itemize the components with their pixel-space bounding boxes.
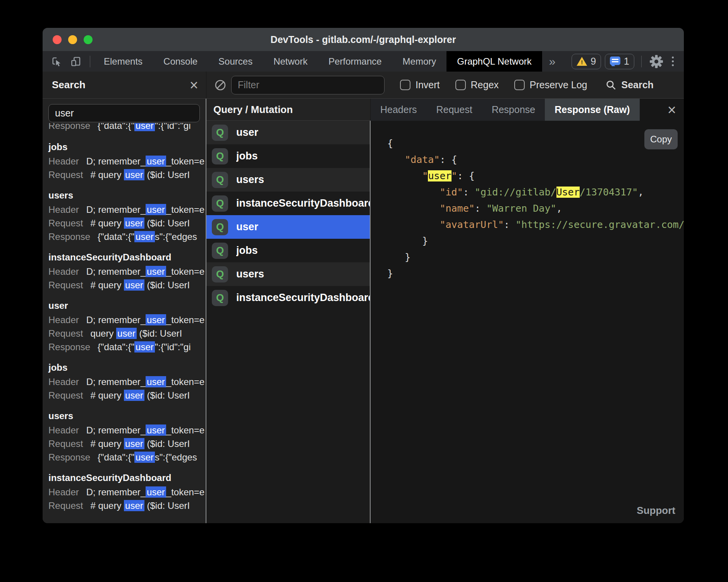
search-toggle[interactable]: Search	[605, 79, 654, 91]
search-result-users[interactable]: usersHeaderD; remember_user_token=eReque…	[48, 411, 206, 464]
query-type-badge: Q	[212, 195, 228, 212]
result-line-request: Request# query user ($id: UserI	[48, 389, 206, 402]
regex-checkbox[interactable]	[455, 80, 466, 90]
query-type-badge: Q	[212, 219, 228, 235]
search-result-instancesecuritydashboard[interactable]: instanceSecurityDashboardHeaderD; rememb…	[48, 472, 206, 512]
search-match-highlight: user	[134, 123, 155, 131]
search-panel-title: Search	[52, 79, 190, 91]
devtools-window: DevTools - gitlab.com/-/graphql-explorer…	[43, 28, 684, 523]
clipped-result-line: Response{"data":{"user":{"id":"gi	[48, 123, 206, 133]
search-result-jobs[interactable]: jobsHeaderD; remember_user_token=eReques…	[48, 142, 206, 181]
response-detail-panel: HeadersRequestResponseResponse (Raw) × {…	[371, 99, 684, 523]
regex-checkbox-group: Regex	[455, 79, 499, 91]
result-line-label: Request	[48, 169, 83, 180]
settings-gear-icon[interactable]	[649, 54, 664, 69]
minimize-window-button[interactable]	[68, 35, 77, 44]
result-line-label: Response	[48, 452, 90, 462]
result-line-label: Header	[48, 377, 79, 387]
query-item-jobs[interactable]: Qjobs	[206, 144, 370, 168]
search-close-icon[interactable]: ×	[190, 78, 198, 92]
tab-graphql-network[interactable]: GraphQL Network	[446, 51, 542, 72]
preserve-log-checkbox[interactable]	[514, 80, 525, 90]
search-match-highlight: user	[146, 314, 166, 325]
search-match-highlight: user	[124, 169, 144, 180]
tab-elements[interactable]: Elements	[93, 51, 153, 72]
query-item-instancesecuritydashboard[interactable]: QinstanceSecurityDashboard	[206, 286, 370, 310]
search-result-user[interactable]: userHeaderD; remember_user_token=eReques…	[48, 300, 206, 354]
json-line: }	[387, 265, 684, 282]
warning-icon: !	[577, 57, 587, 66]
query-item-user[interactable]: Quser	[206, 121, 370, 144]
query-item-instancesecuritydashboard[interactable]: QinstanceSecurityDashboard	[206, 192, 370, 215]
result-line-request: Request# query user ($id: UserI	[48, 168, 206, 181]
tab-network[interactable]: Network	[263, 51, 318, 72]
result-line-label: Header	[48, 315, 79, 325]
result-line-label: Request	[48, 328, 83, 339]
invert-checkbox-group: Invert	[400, 79, 440, 91]
more-tabs-chevron[interactable]: »	[542, 51, 563, 72]
clear-icon[interactable]	[214, 79, 227, 91]
kebab-menu-icon[interactable]	[668, 54, 678, 68]
query-item-user[interactable]: Quser	[206, 215, 370, 239]
response-tab-response-raw[interactable]: Response (Raw)	[545, 99, 639, 121]
tab-performance[interactable]: Performance	[318, 51, 392, 72]
query-item-label: instanceSecurityDashboard	[236, 197, 370, 209]
result-line-label: Header	[48, 425, 79, 435]
json-line: }	[387, 249, 684, 265]
tab-console[interactable]: Console	[153, 51, 208, 72]
result-line-header: HeaderD; remember_user_token=e	[48, 203, 206, 216]
search-match-highlight: user	[146, 486, 166, 498]
query-item-users[interactable]: Qusers	[206, 168, 370, 192]
search-match-highlight: user	[146, 266, 166, 277]
query-list-header: Query / Mutation	[206, 99, 371, 121]
device-toolbar-icon[interactable]	[68, 54, 84, 69]
warnings-badge[interactable]: ! 9	[572, 54, 601, 69]
result-line-response: Response{"data":{"user":{"id":"gi	[48, 123, 206, 132]
search-match-highlight: user	[146, 376, 166, 387]
query-type-badge: Q	[212, 243, 228, 259]
result-operation-name: jobs	[48, 142, 206, 152]
support-link[interactable]: Support	[637, 502, 675, 519]
search-toggle-label: Search	[622, 79, 654, 91]
result-line-request: Request# query user ($id: UserI	[48, 216, 206, 230]
tab-memory[interactable]: Memory	[392, 51, 447, 72]
search-match-highlight: user	[116, 328, 137, 339]
result-operation-name: jobs	[48, 362, 206, 373]
search-result-instancesecuritydashboard[interactable]: instanceSecurityDashboardHeaderD; rememb…	[48, 252, 206, 292]
issues-badge[interactable]: 1	[605, 54, 634, 69]
title-bar: DevTools - gitlab.com/-/graphql-explorer	[43, 28, 684, 51]
search-result-jobs[interactable]: jobsHeaderD; remember_user_token=eReques…	[48, 362, 206, 402]
inspect-element-icon[interactable]	[49, 54, 64, 69]
copy-button[interactable]: Copy	[644, 129, 678, 149]
traffic-lights	[53, 28, 93, 51]
query-item-users[interactable]: Qusers	[206, 262, 370, 286]
result-operation-name: instanceSecurityDashboard	[48, 252, 206, 263]
tab-sources[interactable]: Sources	[208, 51, 263, 72]
query-item-label: jobs	[236, 245, 258, 257]
invert-checkbox[interactable]	[400, 80, 410, 90]
response-tab-request[interactable]: Request	[427, 99, 482, 121]
query-item-label: instanceSecurityDashboard	[236, 292, 370, 304]
detail-close-icon[interactable]: ×	[668, 103, 676, 117]
devtools-toolbar: ElementsConsoleSourcesNetworkPerformance…	[43, 51, 684, 72]
close-window-button[interactable]	[53, 35, 62, 44]
result-line-label: Header	[48, 204, 79, 215]
query-type-badge: Q	[212, 172, 228, 188]
result-line-label: Response	[48, 342, 90, 352]
search-match-highlight: user	[124, 279, 144, 291]
response-tab-response[interactable]: Response	[482, 99, 545, 121]
search-match-highlight: user	[146, 156, 166, 167]
response-raw-content: { "data": { "user": { "id": "gid://gitla…	[371, 121, 684, 523]
query-item-jobs[interactable]: Qjobs	[206, 239, 370, 262]
zoom-window-button[interactable]	[84, 35, 93, 44]
search-result-users[interactable]: usersHeaderD; remember_user_token=eReque…	[48, 190, 206, 243]
issues-icon	[610, 56, 620, 66]
search-results: Response{"data":{"user":{"id":"gijobsHea…	[43, 123, 206, 523]
result-line-response: Response{"data":{"users":{"edges	[48, 230, 206, 243]
search-input[interactable]	[48, 104, 200, 122]
preserve-log-checkbox-group: Preserve Log	[514, 79, 587, 91]
response-tab-headers[interactable]: Headers	[371, 99, 427, 121]
filter-input[interactable]	[231, 76, 385, 94]
query-type-badge: Q	[212, 290, 228, 306]
json-line: "avatarUrl": "https://secure.gravatar.co…	[387, 217, 684, 233]
